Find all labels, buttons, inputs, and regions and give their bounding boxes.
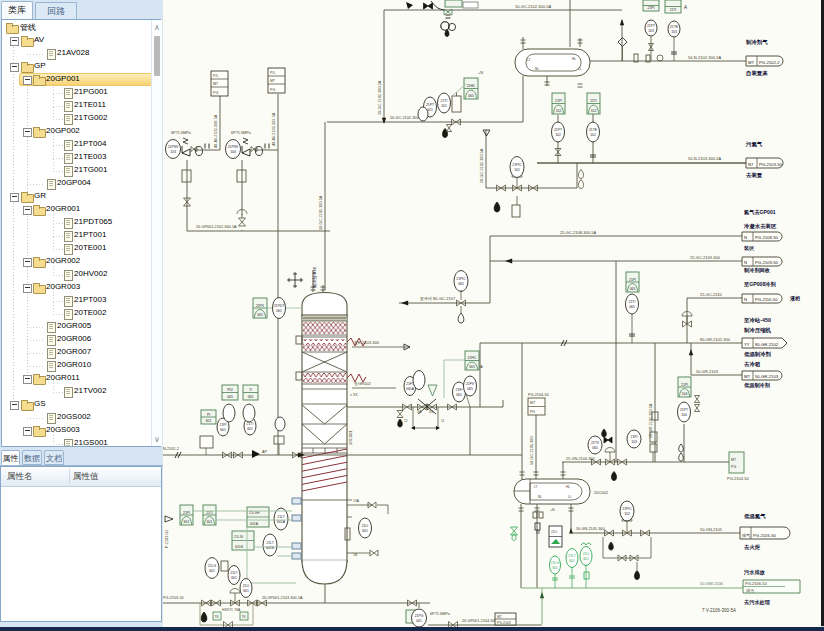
svg-text:104: 104 — [681, 413, 687, 417]
svg-text:50-GW-2106: 50-GW-2106 — [700, 581, 724, 586]
svg-text:065: 065 — [629, 305, 635, 309]
svg-text:NL: NL — [538, 495, 542, 499]
svg-text:065: 065 — [467, 387, 473, 391]
svg-text:污水排放: 污水排放 — [743, 569, 766, 576]
svg-text:11: 11 — [441, 419, 445, 423]
svg-text:103: 103 — [671, 30, 677, 34]
svg-text:21PDT: 21PDT — [274, 304, 285, 308]
svg-text:21TI: 21TI — [670, 8, 677, 12]
svg-text:P-2103-50: P-2103-50 — [165, 530, 169, 548]
svg-text:21LSH: 21LSH — [249, 511, 260, 515]
svg-text:25-GN-2104-300: 25-GN-2104-300 — [566, 457, 595, 461]
svg-text:50-GC-2102-300-5A: 50-GC-2102-300-5A — [319, 195, 323, 230]
svg-text:21PIC: 21PIC — [622, 507, 632, 511]
svg-text:21PSV: 21PSV — [228, 145, 239, 149]
svg-text:601: 601 — [243, 589, 249, 593]
svg-text:至冷站 80-GC-2107: 至冷站 80-GC-2107 — [420, 296, 456, 301]
svg-text:污氮气: 污氮气 — [745, 141, 763, 148]
svg-text:自装置来: 自装置来 — [746, 70, 768, 77]
svg-text:1B: 1B — [353, 553, 358, 557]
svg-text:601: 601 — [184, 520, 190, 524]
svg-text:21PI: 21PI — [629, 278, 636, 282]
svg-text:P/L: P/L — [270, 71, 275, 75]
svg-text:76: 76 — [215, 615, 219, 619]
svg-text:MT: MT — [270, 79, 276, 83]
svg-text:21PSV: 21PSV — [168, 145, 179, 149]
svg-text:A: A — [684, 5, 687, 10]
svg-text:PG-2104-50: PG-2104-50 — [727, 476, 750, 481]
svg-text:50-N-2103-300-5A: 50-N-2103-300-5A — [688, 156, 721, 161]
svg-text:601: 601 — [362, 529, 368, 533]
svg-text:21PI: 21PI — [631, 435, 638, 439]
svg-text:PG-2104-50: PG-2104-50 — [528, 393, 549, 397]
svg-text:065: 065 — [276, 309, 282, 313]
svg-text:制冷剂气: 制冷剂气 — [745, 39, 768, 46]
svg-text:80-GR-2102: 80-GR-2102 — [755, 342, 779, 347]
svg-text:601: 601 — [552, 566, 558, 570]
svg-text:PG-2110-50: PG-2110-50 — [755, 297, 778, 302]
svg-text:50-GR-2103: 50-GR-2103 — [755, 374, 779, 379]
svg-text:21PIC: 21PIC — [512, 163, 522, 167]
svg-text:N: N — [744, 260, 747, 265]
svg-text:102: 102 — [624, 512, 630, 516]
svg-text:至冷站-450: 至冷站-450 — [743, 317, 771, 324]
svg-text:低温制冷剂: 低温制冷剂 — [743, 351, 772, 358]
svg-text:21LSL: 21LSL — [234, 535, 244, 539]
svg-text:制冷剂液相: 制冷剂液相 — [312, 267, 317, 288]
svg-text:21PT: 21PT — [647, 24, 655, 28]
svg-text:065: 065 — [469, 365, 475, 369]
svg-text:20-GC-2102-300-5A: 20-GC-2102-300-5A — [480, 148, 484, 183]
svg-text:XA: XA — [417, 410, 422, 414]
svg-text:21PI: 21PI — [220, 423, 227, 427]
svg-text:21PI: 21PI — [681, 383, 688, 387]
svg-text:21PIC: 21PIC — [456, 277, 466, 281]
svg-text:102: 102 — [556, 109, 562, 113]
svg-text:21LT: 21LT — [266, 541, 273, 545]
svg-text:601: 601 — [247, 427, 253, 431]
svg-text:21PT: 21PT — [680, 408, 688, 412]
svg-text:21TE: 21TE — [589, 128, 598, 132]
svg-text:制冷压缩机: 制冷压缩机 — [743, 327, 772, 334]
svg-text:065: 065 — [257, 313, 263, 317]
svg-text:103: 103 — [631, 440, 637, 444]
svg-text:TI: TI — [249, 388, 252, 392]
svg-text:21TI: 21TI — [590, 99, 597, 103]
svg-text:PG: PG — [731, 465, 736, 469]
svg-text:40-AV-2102-301-5A: 40-AV-2102-301-5A — [272, 112, 276, 146]
svg-text:至E-2103-300: 至E-2103-300 — [354, 340, 380, 345]
svg-text:065: 065 — [592, 446, 598, 450]
svg-text:80-GR-2102-300: 80-GR-2102-300 — [700, 337, 731, 342]
svg-text:20-GP001-2102-300-5A: 20-GP001-2102-300-5A — [196, 225, 237, 229]
svg-text:065: 065 — [227, 395, 233, 399]
svg-text:21TI: 21TI — [441, 99, 448, 103]
svg-text:AP: AP — [262, 450, 268, 454]
svg-text:6P71.6MPa: 6P71.6MPa — [231, 131, 252, 135]
svg-text:MT: MT — [530, 401, 536, 405]
svg-text:7 V-2106-300-5A: 7 V-2106-300-5A — [702, 608, 736, 613]
svg-text:LL: LL — [568, 495, 572, 499]
svg-text:104: 104 — [682, 392, 688, 396]
svg-text:去GR002: 去GR002 — [354, 381, 371, 386]
svg-text:21PI: 21PI — [555, 99, 562, 103]
svg-text:065: 065 — [248, 395, 254, 399]
svg-text:A: A — [480, 364, 483, 369]
svg-text:102: 102 — [591, 109, 597, 113]
svg-text:21LI: 21LI — [583, 552, 590, 556]
svg-text:21PT: 21PT — [554, 128, 562, 132]
svg-text:PDI: PDI — [227, 388, 233, 392]
svg-text:065A: 065A — [406, 387, 415, 391]
svg-text:PG-2106-50: PG-2106-50 — [745, 581, 768, 586]
svg-text:PG-2105-50: PG-2105-50 — [753, 533, 776, 538]
svg-text:MT: MT — [744, 374, 750, 379]
svg-text:102: 102 — [555, 133, 561, 137]
svg-text:76: 76 — [242, 615, 246, 619]
svg-text:065: 065 — [458, 282, 464, 286]
svg-text:21LI: 21LI — [551, 530, 557, 534]
svg-text:液相: 液相 — [790, 295, 800, 302]
svg-text:装区: 装区 — [743, 245, 755, 251]
svg-text:601A: 601A — [250, 522, 259, 526]
svg-text:N: N — [744, 235, 747, 240]
svg-text:21LG: 21LG — [208, 564, 217, 568]
svg-text:20C001: 20C001 — [348, 430, 353, 445]
svg-text:N7: N7 — [748, 162, 754, 167]
